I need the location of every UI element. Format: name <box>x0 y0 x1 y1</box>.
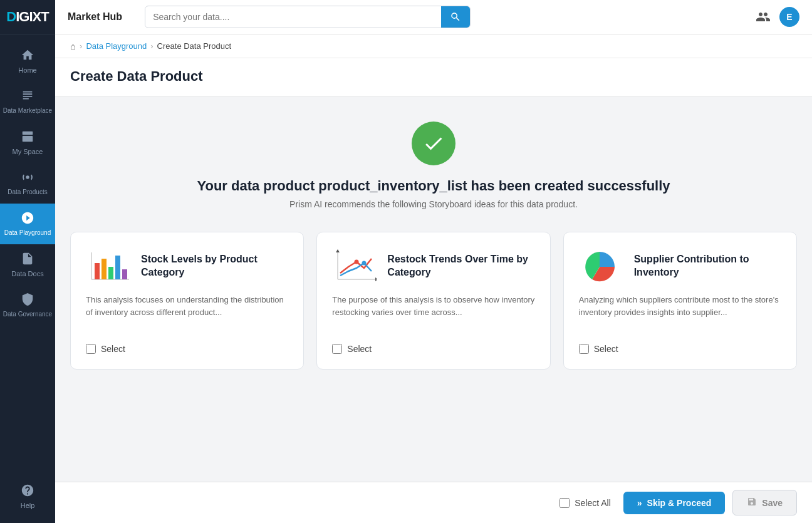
card-select-2: Select <box>579 344 781 354</box>
card-header-2: Supplier Contribution to Inventory <box>579 247 781 285</box>
svg-rect-9 <box>122 269 127 279</box>
sidebar-item-datadocs[interactable]: Data Docs <box>0 244 55 285</box>
card-checkbox-2[interactable] <box>579 344 589 354</box>
main-wrapper: Market Hub E ⌂ › Data Playground › Creat… <box>55 0 812 523</box>
select-all-container: Select All <box>560 498 611 508</box>
story-card-2: Supplier Contribution to Inventory Analy… <box>563 232 797 370</box>
content-area: ⌂ › Data Playground › Create Data Produc… <box>55 34 812 523</box>
card-select-label-1[interactable]: Select <box>347 344 372 354</box>
main-content: Your data product product_inventory_list… <box>55 96 812 482</box>
skip-proceed-button[interactable]: » Skip & Proceed <box>623 492 726 514</box>
logo: DIGIXT <box>0 0 55 34</box>
sidebar-item-home[interactable]: Home <box>0 41 55 81</box>
sidebar-label-governance: Data Governance <box>3 311 52 318</box>
svg-marker-12 <box>375 277 377 281</box>
sidebar-label-home: Home <box>18 66 36 74</box>
breadcrumb-home-icon[interactable]: ⌂ <box>70 41 76 51</box>
sidebar-item-playground[interactable]: Data Playground <box>0 204 55 244</box>
svg-point-14 <box>355 259 359 264</box>
card-header-1: Restock Trends Over Time by Category <box>332 247 534 285</box>
save-button: Save <box>732 490 797 515</box>
success-title: Your data product product_inventory_list… <box>197 178 670 194</box>
card-title-2: Supplier Contribution to Inventory <box>634 253 781 279</box>
sidebar-label-datadocs: Data Docs <box>11 270 43 277</box>
bar-chart-icon <box>86 247 131 285</box>
sidebar-label-help: Help <box>21 502 35 509</box>
svg-point-15 <box>362 261 367 265</box>
card-title-1: Restock Trends Over Time by Category <box>387 253 534 279</box>
select-all-checkbox[interactable] <box>560 498 570 508</box>
card-desc-2: Analyzing which suppliers contribute mos… <box>579 294 781 335</box>
topbar: Market Hub E <box>55 0 812 34</box>
page-title-bar: Create Data Product <box>55 58 812 96</box>
success-subtitle: Prism AI recommends the following Storyb… <box>289 199 578 209</box>
breadcrumb-current: Create Data Product <box>157 41 232 51</box>
breadcrumb-sep-1: › <box>80 41 82 51</box>
sidebar-bottom: Help <box>0 476 55 523</box>
logo-text: DIGIXT <box>6 9 48 25</box>
card-desc-0: This analysis focuses on understanding t… <box>86 294 288 335</box>
svg-rect-8 <box>115 256 120 279</box>
playground-icon <box>21 211 34 227</box>
pie-chart-icon <box>579 247 624 285</box>
search-button[interactable] <box>441 6 470 28</box>
card-desc-1: The purpose of this analysis is to obser… <box>332 294 534 335</box>
breadcrumb: ⌂ › Data Playground › Create Data Produc… <box>55 34 812 58</box>
users-menu-button[interactable] <box>756 9 771 24</box>
card-select-label-2[interactable]: Select <box>594 344 618 354</box>
topbar-right: E <box>756 7 799 27</box>
svg-rect-1 <box>23 136 33 142</box>
save-icon <box>747 497 757 509</box>
card-header-0: Stock Levels by Product Category <box>86 247 288 285</box>
sidebar-nav: Home Data Marketplace My Space Data Prod… <box>0 34 55 476</box>
card-checkbox-0[interactable] <box>86 344 96 354</box>
svg-point-2 <box>26 175 29 179</box>
search-bar <box>145 6 471 28</box>
sidebar-item-help[interactable]: Help <box>0 476 55 517</box>
story-card-1: Restock Trends Over Time by Category The… <box>316 232 550 370</box>
card-select-1: Select <box>332 344 534 354</box>
card-select-label-0[interactable]: Select <box>101 344 125 354</box>
save-label: Save <box>762 498 783 508</box>
home-icon <box>21 48 34 64</box>
breadcrumb-sep-2: › <box>150 41 153 51</box>
search-input[interactable] <box>145 7 441 27</box>
sidebar-item-myspace[interactable]: My Space <box>0 122 55 163</box>
dataproducts-icon <box>21 170 34 186</box>
sidebar-label-marketplace: Data Marketplace <box>3 107 52 115</box>
help-icon <box>21 484 34 499</box>
svg-rect-6 <box>102 259 107 279</box>
story-card-0: Stock Levels by Product Category This an… <box>70 232 304 370</box>
topbar-title: Market Hub <box>68 11 122 23</box>
avatar[interactable]: E <box>779 7 799 27</box>
card-select-0: Select <box>86 344 288 354</box>
svg-rect-7 <box>108 267 113 279</box>
myspace-icon <box>21 130 34 145</box>
marketplace-icon <box>21 89 34 105</box>
sidebar-label-dataproducts: Data Products <box>8 189 47 196</box>
bottom-bar: Select All » Skip & Proceed Save <box>55 482 812 523</box>
card-title-0: Stock Levels by Product Category <box>141 253 288 279</box>
svg-rect-5 <box>95 263 100 279</box>
sidebar-item-dataproducts[interactable]: Data Products <box>0 163 55 204</box>
success-section: Your data product product_inventory_list… <box>197 122 670 209</box>
datadocs-icon <box>21 252 34 267</box>
skip-label: Skip & Proceed <box>647 498 712 508</box>
svg-marker-13 <box>336 249 340 252</box>
governance-icon <box>21 293 34 308</box>
line-chart-icon <box>332 247 377 285</box>
svg-rect-0 <box>23 132 33 135</box>
skip-arrows-icon: » <box>637 498 642 508</box>
sidebar-label-playground: Data Playground <box>4 229 51 237</box>
success-checkmark <box>412 122 455 165</box>
cards-grid: Stock Levels by Product Category This an… <box>70 232 797 370</box>
sidebar-item-governance[interactable]: Data Governance <box>0 285 55 326</box>
breadcrumb-playground-link[interactable]: Data Playground <box>86 41 147 51</box>
page-title: Create Data Product <box>70 68 797 85</box>
sidebar: DIGIXT Home Data Marketplace My Space <box>0 0 55 523</box>
sidebar-item-marketplace[interactable]: Data Marketplace <box>0 81 55 122</box>
sidebar-label-myspace: My Space <box>13 148 43 155</box>
card-checkbox-1[interactable] <box>332 344 342 354</box>
select-all-label[interactable]: Select All <box>575 498 611 508</box>
